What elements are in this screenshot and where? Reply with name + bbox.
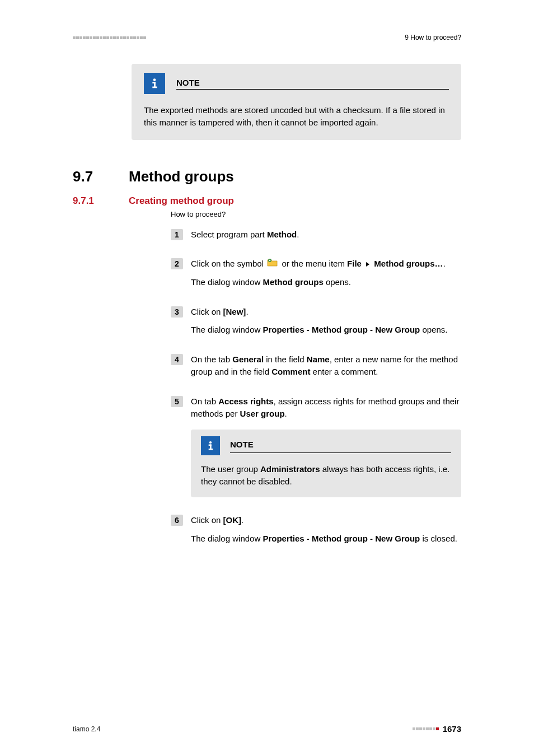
subsection-number: 9.7.1 (73, 195, 112, 207)
page-footer: tiamo 2.4 1673 (73, 724, 461, 734)
menu-arrow-icon (366, 262, 369, 267)
step-1: 1 Select program part Method. (171, 228, 461, 241)
note-body: The exported methods are stored uncoded … (144, 104, 449, 129)
step-body: Select program part Method. (191, 228, 461, 241)
svg-rect-9 (209, 449, 213, 450)
svg-rect-3 (152, 87, 157, 88)
footer-decor (413, 727, 439, 730)
note-administrators: NOTE The user group Administrators alway… (191, 430, 461, 498)
step-number: 5 (171, 396, 183, 407)
howto-label: How to proceed? (171, 210, 461, 218)
step-number: 6 (171, 515, 183, 526)
step-3: 3 Click on [New]. The dialog window Prop… (171, 306, 461, 337)
page-header: 9 How to proceed? (73, 34, 461, 41)
svg-rect-2 (154, 82, 156, 87)
step-body: On the tab General in the field Name, en… (191, 353, 461, 379)
section-heading: 9.7 Method groups (73, 168, 461, 185)
info-icon (144, 73, 165, 94)
note-exported-methods: NOTE The exported methods are stored unc… (132, 64, 461, 140)
note-title: NOTE (176, 78, 449, 90)
step-body: Click on the symbol or the menu item Fil… (191, 258, 461, 289)
step-body: On tab Access rights, assign access righ… (191, 395, 461, 498)
svg-rect-8 (210, 444, 212, 449)
step-body: Click on [New]. The dialog window Proper… (191, 306, 461, 337)
step-body: Click on [OK]. The dialog window Propert… (191, 514, 461, 545)
section-number: 9.7 (73, 168, 112, 185)
svg-point-5 (269, 259, 271, 261)
step-number: 4 (171, 354, 183, 365)
step-number: 3 (171, 306, 183, 318)
method-groups-folder-icon (267, 258, 278, 271)
section-title: Method groups (129, 168, 234, 185)
info-icon (201, 436, 220, 455)
page-number-group: 1673 (413, 724, 461, 734)
header-chapter: 9 How to proceed? (405, 34, 461, 41)
product-name: tiamo 2.4 (73, 725, 100, 733)
step-4: 4 On the tab General in the field Name, … (171, 353, 461, 379)
note-title: NOTE (230, 438, 451, 454)
page-number: 1673 (443, 724, 461, 734)
note-body: The user group Administrators always has… (201, 463, 451, 488)
step-number: 1 (171, 229, 183, 240)
svg-point-0 (153, 78, 156, 81)
steps-list: 1 Select program part Method. 2 Click on… (171, 228, 461, 545)
header-decor (73, 36, 146, 39)
subsection-title: Creating method group (129, 195, 234, 207)
subsection-heading: 9.7.1 Creating method group (73, 195, 461, 207)
svg-point-6 (209, 441, 212, 444)
step-6: 6 Click on [OK]. The dialog window Prope… (171, 514, 461, 545)
step-5: 5 On tab Access rights, assign access ri… (171, 395, 461, 498)
step-2: 2 Click on the symbol or the menu item F… (171, 258, 461, 289)
step-number: 2 (171, 258, 183, 269)
